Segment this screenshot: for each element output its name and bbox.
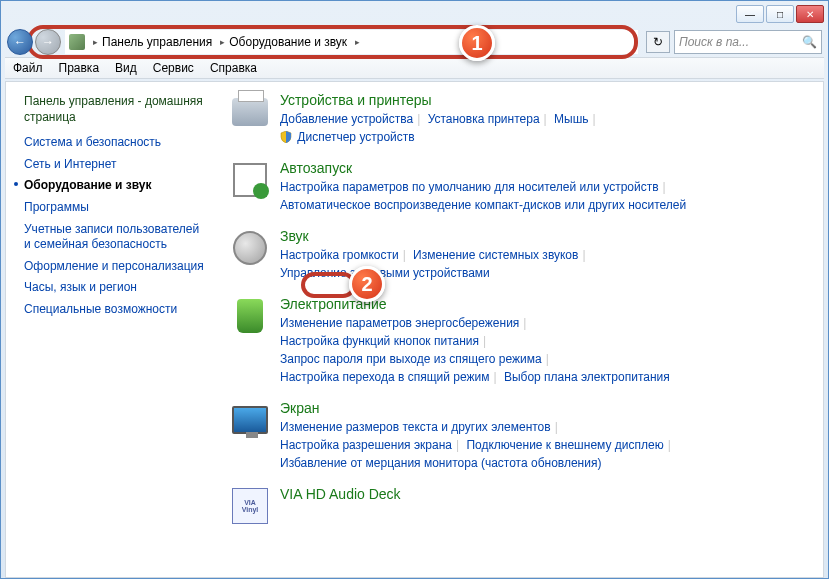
link-volume[interactable]: Настройка громкости (280, 248, 399, 262)
refresh-button[interactable]: ↻ (646, 31, 670, 53)
annotation-marker-1: 1 (459, 25, 495, 61)
menu-file[interactable]: Файл (13, 61, 43, 75)
category-via: VIAVinyl VIA HD Audio Deck (230, 486, 809, 526)
breadcrumb-item-1[interactable]: ▸Панель управления (89, 35, 216, 49)
control-panel-icon (69, 34, 85, 50)
link-external-display[interactable]: Подключение к внешнему дисплею (466, 438, 663, 452)
search-placeholder: Поиск в па... (679, 35, 749, 49)
link-mouse[interactable]: Мышь (554, 112, 589, 126)
via-icon: VIAVinyl (230, 486, 270, 526)
sidebar-item-appearance[interactable]: Оформление и персонализация (24, 259, 208, 275)
devices-title[interactable]: Устройства и принтеры (280, 92, 432, 108)
main-panel: Устройства и принтеры Добавление устройс… (216, 82, 823, 577)
control-panel-window: — □ ✕ ← → ▸Панель управления ▸Оборудован… (0, 0, 829, 579)
menu-bar: Файл Правка Вид Сервис Справка (5, 57, 824, 79)
minimize-button[interactable]: — (736, 5, 764, 23)
sidebar-item-system[interactable]: Система и безопасность (24, 135, 208, 151)
sidebar-item-network[interactable]: Сеть и Интернет (24, 157, 208, 173)
link-password-wake[interactable]: Запрос пароля при выходе из спящего режи… (280, 352, 542, 366)
menu-help[interactable]: Справка (210, 61, 257, 75)
autoplay-icon (230, 160, 270, 200)
sidebar-list: Система и безопасность Сеть и Интернет О… (24, 135, 208, 317)
forward-button[interactable]: → (35, 29, 61, 55)
link-add-device[interactable]: Добавление устройства (280, 112, 413, 126)
sidebar-item-clock[interactable]: Часы, язык и регион (24, 280, 208, 296)
category-power: Электропитание Изменение параметров энер… (230, 296, 809, 386)
nav-arrows: ← → (7, 29, 61, 55)
nav-row: ← → ▸Панель управления ▸Оборудование и з… (1, 27, 828, 57)
autoplay-title[interactable]: Автозапуск (280, 160, 352, 176)
close-button[interactable]: ✕ (796, 5, 824, 23)
link-resolution[interactable]: Настройка разрешения экрана (280, 438, 452, 452)
monitor-icon (230, 400, 270, 440)
shield-icon (280, 131, 292, 143)
link-install-printer[interactable]: Установка принтера (428, 112, 540, 126)
chevron-right-icon: ▸ (355, 37, 360, 47)
category-screen: Экран Изменение размеров текста и других… (230, 400, 809, 472)
link-audio-devices[interactable]: Управление звуковыми устройствами (280, 266, 490, 280)
link-sleep[interactable]: Настройка перехода в спящий режим (280, 370, 489, 384)
printer-icon (230, 92, 270, 132)
battery-icon (230, 296, 270, 336)
address-bar[interactable]: ▸Панель управления ▸Оборудование и звук▸ (65, 30, 638, 54)
back-button[interactable]: ← (7, 29, 33, 55)
link-autoplay-defaults[interactable]: Настройка параметров по умолчанию для но… (280, 180, 659, 194)
search-input[interactable]: Поиск в па... 🔍 (674, 30, 822, 54)
search-icon: 🔍 (802, 35, 817, 49)
refresh-icon: ↻ (653, 35, 663, 49)
chevron-right-icon: ▸ (220, 37, 225, 47)
screen-title[interactable]: Экран (280, 400, 320, 416)
sidebar-item-accounts[interactable]: Учетные записи пользователей и семейная … (24, 222, 208, 253)
chevron-right-icon: ▸ (93, 37, 98, 47)
category-devices: Устройства и принтеры Добавление устройс… (230, 92, 809, 146)
sidebar-home-link[interactable]: Панель управления - домашняя страница (24, 94, 208, 125)
menu-view[interactable]: Вид (115, 61, 137, 75)
annotation-marker-2: 2 (349, 266, 385, 302)
sidebar-item-accessibility[interactable]: Специальные возможности (24, 302, 208, 318)
breadcrumb-item-2[interactable]: ▸Оборудование и звук▸ (216, 35, 364, 49)
sidebar-item-hardware[interactable]: Оборудование и звук (24, 178, 208, 194)
link-system-sounds[interactable]: Изменение системных звуков (413, 248, 578, 262)
link-power-save[interactable]: Изменение параметров энергосбережения (280, 316, 519, 330)
sound-title[interactable]: Звук (280, 228, 309, 244)
sidebar-item-programs[interactable]: Программы (24, 200, 208, 216)
link-power-buttons[interactable]: Настройка функций кнопок питания (280, 334, 479, 348)
content-area: Панель управления - домашняя страница Си… (5, 81, 824, 578)
link-autoplay-cd[interactable]: Автоматическое воспроизведение компакт-д… (280, 198, 686, 212)
speaker-icon (230, 228, 270, 268)
link-text-size[interactable]: Изменение размеров текста и других элеме… (280, 420, 551, 434)
maximize-button[interactable]: □ (766, 5, 794, 23)
titlebar: — □ ✕ (1, 1, 828, 27)
link-device-manager[interactable]: Диспетчер устройств (297, 130, 414, 144)
link-power-plan[interactable]: Выбор плана электропитания (504, 370, 670, 384)
category-autoplay: Автозапуск Настройка параметров по умолч… (230, 160, 809, 214)
sidebar: Панель управления - домашняя страница Си… (6, 82, 216, 577)
link-refresh-rate[interactable]: Избавление от мерцания монитора (частота… (280, 456, 601, 470)
menu-service[interactable]: Сервис (153, 61, 194, 75)
via-title[interactable]: VIA HD Audio Deck (280, 486, 401, 502)
menu-edit[interactable]: Правка (59, 61, 100, 75)
category-sound: Звук Настройка громкости| Изменение сист… (230, 228, 809, 282)
